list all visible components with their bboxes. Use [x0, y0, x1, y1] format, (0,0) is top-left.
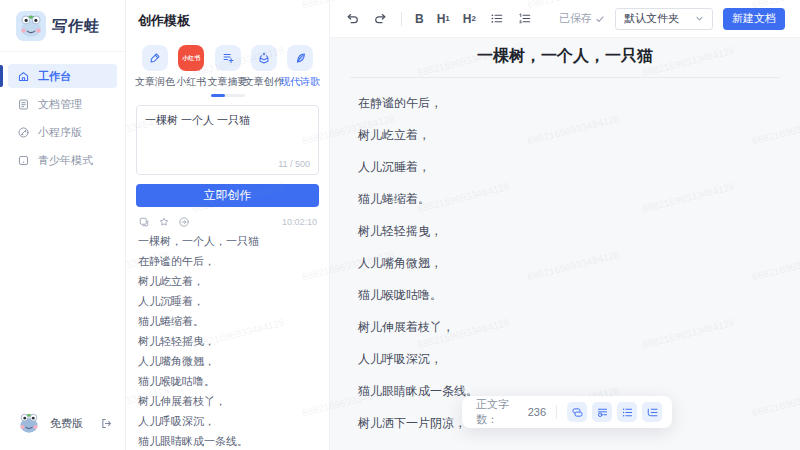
generation-result: 10:02:10 一棵树，一个人，一只猫在静谧的午后，树儿屹立着，人儿沉睡着，猫… [136, 214, 319, 450]
title-divider [350, 77, 780, 78]
typesetting-icon[interactable] [592, 402, 612, 422]
editor-footer-pill: 正文字数： 236 [462, 396, 672, 428]
tab-label: 现代诗歌 [280, 75, 320, 89]
pill-divider [556, 405, 557, 419]
poem-line[interactable]: 猫儿蜷缩着。 [358, 193, 772, 205]
youth-mode-icon [17, 154, 30, 167]
tab-label: 文章创作 [244, 75, 284, 89]
poem-line[interactable]: 树儿屹立着， [358, 129, 772, 141]
tab-label: 小红书 [176, 75, 206, 89]
tab-create[interactable]: 文章创作 [247, 45, 281, 89]
sidebar-item-label: 青少年模式 [38, 153, 93, 168]
document-title[interactable]: 一棵树，一个人，一只猫 [358, 46, 772, 65]
panel-title: 创作模板 [136, 0, 319, 45]
editor-area: B H1 H2 已保存 默认文 [330, 0, 800, 450]
result-line: 树儿轻轻摇曳， [136, 335, 319, 347]
new-document-button[interactable]: 新建文档 [723, 8, 785, 30]
tab-scrollbar[interactable] [211, 94, 245, 97]
home-icon [17, 70, 30, 83]
sidebar-item-label: 小程序版 [38, 125, 82, 140]
prompt-input[interactable]: 一棵树 一个人 一只猫 11 / 500 [136, 105, 319, 175]
char-counter: 11 / 500 [278, 159, 310, 169]
sidebar-item-youth-mode[interactable]: 青少年模式 [8, 148, 117, 172]
result-line: 人儿嘴角微翘， [136, 355, 319, 367]
tab-scrollbar-thumb[interactable] [211, 94, 225, 97]
sidebar-menu: 工作台 文档管理 小程序版 青少年模式 [0, 52, 125, 400]
user-avatar[interactable] [16, 410, 42, 436]
sidebar: 写作蛙 工作台 文档管理 小程序版 [0, 0, 126, 450]
tier-label: 免费版 [50, 416, 92, 431]
undo-icon[interactable] [345, 11, 360, 26]
heading2-icon[interactable]: H2 [463, 12, 476, 26]
bullet-list-icon[interactable] [489, 11, 504, 26]
poem-line[interactable]: 在静谧的午后， [358, 97, 772, 109]
copy-icon[interactable] [138, 216, 150, 228]
toolbar-divider [401, 12, 402, 26]
app-logo: 写作蛙 [0, 0, 125, 52]
poem-line[interactable]: 树儿伸展着枝丫， [358, 321, 772, 333]
poem-icon [287, 45, 313, 71]
poem-line[interactable]: 人儿呼吸深沉， [358, 353, 772, 365]
tab-summary[interactable]: 文章摘要 [211, 45, 245, 89]
chevron-down-icon [695, 14, 704, 23]
summary-icon [215, 45, 241, 71]
star-icon[interactable] [158, 216, 170, 228]
toolbar-right: 已保存 默认文件夹 新建文档 [559, 8, 785, 30]
document-icon [17, 98, 30, 111]
tab-xiaohongshu[interactable]: 小红书 小红书 [174, 45, 208, 89]
bullet-format-icon[interactable] [617, 402, 637, 422]
result-line: 猫儿蜷缩着。 [136, 315, 319, 327]
indent-format-icon[interactable] [642, 402, 662, 422]
word-count-value: 236 [528, 406, 546, 418]
logo-text: 写作蛙 [51, 17, 100, 36]
check-icon [595, 14, 605, 24]
redo-icon[interactable] [373, 11, 388, 26]
tab-modern-poem[interactable]: 现代诗歌 [283, 45, 317, 89]
result-line: 人儿沉睡着， [136, 295, 319, 307]
logout-icon[interactable] [100, 417, 113, 430]
app-window: 写作蛙 工作台 文档管理 小程序版 [0, 0, 800, 450]
xiaohongshu-icon: 小红书 [178, 45, 204, 71]
result-line: 猫儿眼睛眯成一条线。 [136, 435, 319, 447]
sidebar-item-label: 文档管理 [38, 97, 82, 112]
insert-arrow-icon[interactable] [178, 216, 190, 228]
result-text: 一棵树，一个人，一只猫在静谧的午后，树儿屹立着，人儿沉睡着，猫儿蜷缩着。树儿轻轻… [136, 235, 319, 450]
folder-dropdown[interactable]: 默认文件夹 [615, 8, 713, 30]
save-status: 已保存 [559, 11, 605, 26]
sidebar-item-label: 工作台 [38, 69, 71, 84]
result-line: 人儿呼吸深沉， [136, 415, 319, 427]
sidebar-item-workbench[interactable]: 工作台 [8, 64, 117, 88]
poem-line[interactable]: 树儿轻轻摇曳， [358, 225, 772, 237]
template-panel: 创作模板 文章润色 小红书 小红书 [126, 0, 330, 450]
sidebar-item-miniprogram[interactable]: 小程序版 [8, 120, 117, 144]
create-icon [251, 45, 277, 71]
result-timestamp: 10:02:10 [282, 217, 317, 227]
heading1-icon[interactable]: H1 [437, 12, 450, 26]
result-line: 在静谧的午后， [136, 255, 319, 267]
document-body: 在静谧的午后，树儿屹立着，人儿沉睡着，猫儿蜷缩着。树儿轻轻摇曳，人儿嘴角微翘，猫… [358, 97, 772, 429]
tab-polish[interactable]: 文章润色 [138, 45, 172, 89]
frog-logo-icon [16, 11, 46, 41]
pill-actions [567, 402, 662, 422]
merge-paragraphs-icon[interactable] [567, 402, 587, 422]
poem-line[interactable]: 人儿嘴角微翘， [358, 257, 772, 269]
bold-icon[interactable]: B [415, 12, 424, 26]
miniprogram-icon [17, 126, 30, 139]
result-line: 猫儿喉咙咕噜。 [136, 375, 319, 387]
document-canvas[interactable]: 一棵树，一个人，一只猫 在静谧的午后，树儿屹立着，人儿沉睡着，猫儿蜷缩着。树儿轻… [330, 38, 800, 450]
template-tabs: 文章润色 小红书 小红书 文章摘要 [136, 45, 319, 89]
pen-icon [142, 45, 168, 71]
sidebar-footer: 免费版 [0, 400, 125, 450]
ordered-list-icon[interactable] [517, 11, 532, 26]
poem-line[interactable]: 人儿沉睡着， [358, 161, 772, 173]
prompt-input-value: 一棵树 一个人 一只猫 [145, 113, 310, 128]
result-line: 树儿屹立着， [136, 275, 319, 287]
tab-label: 文章摘要 [208, 75, 248, 89]
word-count-label: 正文字数： [476, 397, 526, 427]
result-actions: 10:02:10 [136, 214, 319, 235]
result-line: 一棵树，一个人，一只猫 [136, 235, 319, 247]
sidebar-item-docs[interactable]: 文档管理 [8, 92, 117, 116]
generate-button[interactable]: 立即创作 [136, 184, 319, 207]
poem-line[interactable]: 猫儿喉咙咕噜。 [358, 289, 772, 301]
tab-label: 文章润色 [135, 75, 175, 89]
